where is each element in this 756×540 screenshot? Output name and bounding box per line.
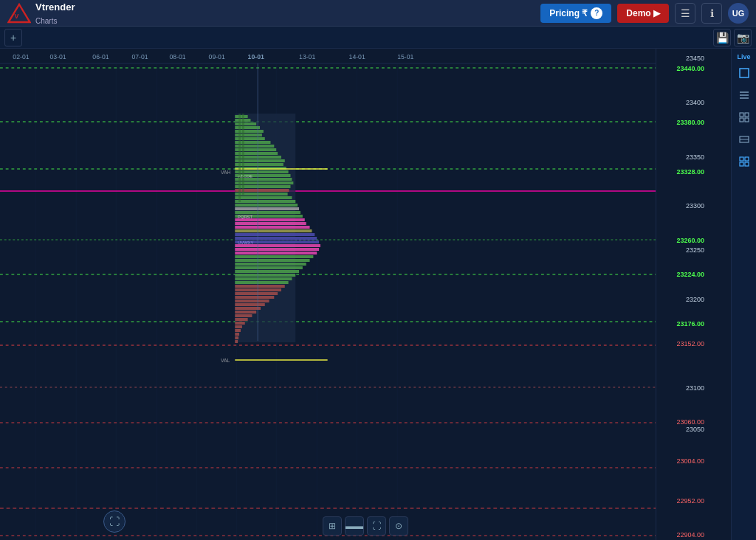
price-23224: 23224.00 xyxy=(676,271,704,278)
svg-text:07-01: 07-01 xyxy=(131,53,148,60)
svg-text:VAH: VAH xyxy=(221,170,230,175)
sidebar-icon-bar[interactable] xyxy=(735,130,754,149)
svg-rect-83 xyxy=(235,281,288,284)
svg-text:VAL: VAL xyxy=(221,358,230,363)
price-23380: 23380.00 xyxy=(676,119,704,126)
add-tool-button[interactable]: + xyxy=(4,29,22,46)
svg-rect-114 xyxy=(740,113,743,117)
pricing-button[interactable]: Pricing ₹ ? xyxy=(540,4,611,23)
svg-rect-68 xyxy=(235,226,309,229)
svg-rect-121 xyxy=(745,157,749,161)
svg-rect-63 xyxy=(235,207,299,210)
price-23050: 23050 xyxy=(686,426,704,433)
sidebar-icon-cursor[interactable] xyxy=(735,63,754,83)
svg-rect-95 xyxy=(235,325,242,328)
svg-rect-98 xyxy=(235,336,238,339)
price-23440: 23440.00 xyxy=(676,65,704,72)
price-scale: 23450 23440.00 23400 23380.00 23350 2332… xyxy=(656,49,706,540)
menu-button[interactable]: ☰ xyxy=(675,3,695,24)
svg-text:V: V xyxy=(15,13,19,20)
price-23004: 23004.00 xyxy=(676,457,704,465)
svg-rect-97 xyxy=(235,333,239,336)
settings-button[interactable]: ⊙ xyxy=(389,516,408,536)
svg-text:15-01: 15-01 xyxy=(397,53,413,60)
save-icon: 💾 xyxy=(716,32,729,44)
svg-rect-96 xyxy=(235,329,241,332)
svg-rect-77 xyxy=(235,259,309,262)
logo-sub: Charts xyxy=(35,17,57,25)
settings-icon: ⊙ xyxy=(395,521,402,531)
svg-text:14-01: 14-01 xyxy=(349,53,365,60)
toolbar: + 💾 📷 xyxy=(0,27,756,49)
price-23350: 23350 xyxy=(686,153,704,161)
svg-rect-90 xyxy=(235,307,261,310)
svg-rect-76 xyxy=(235,255,313,258)
info-button[interactable]: ℹ xyxy=(701,3,722,24)
list-view-button[interactable]: ▬▬ xyxy=(345,516,364,536)
svg-rect-86 xyxy=(235,292,278,295)
camera-button[interactable]: 📷 xyxy=(734,29,752,46)
price-23300: 23300 xyxy=(686,202,704,210)
header: V Vtrender Charts Pricing ₹ ? Demo ▶ ☰ ℹ… xyxy=(0,0,756,27)
grid-icon: ⊞ xyxy=(329,521,336,531)
camera-icon: 📷 xyxy=(737,32,749,44)
svg-rect-40 xyxy=(235,122,256,125)
svg-rect-99 xyxy=(235,340,238,343)
svg-rect-82 xyxy=(235,277,292,280)
price-23200: 23200 xyxy=(686,296,704,303)
svg-rect-116 xyxy=(740,118,743,122)
pricing-label: Pricing ₹ xyxy=(549,8,588,18)
svg-text:09-01: 09-01 xyxy=(209,53,225,60)
svg-rect-2 xyxy=(0,49,681,540)
chart-area[interactable]: © 2024 Vtrender Charts 02-01 03-01 06-01… xyxy=(0,49,731,540)
svg-rect-115 xyxy=(745,113,749,117)
svg-rect-79 xyxy=(235,266,303,269)
user-avatar[interactable]: UG xyxy=(728,3,749,24)
price-22904: 22904.00 xyxy=(676,531,704,539)
header-right: Pricing ₹ ? Demo ▶ ☰ ℹ UG xyxy=(540,3,749,24)
price-23060: 23060.00 xyxy=(676,418,704,426)
svg-rect-110 xyxy=(740,69,749,77)
add-icon: + xyxy=(10,32,16,44)
svg-rect-74 xyxy=(235,248,319,251)
svg-rect-78 xyxy=(235,263,306,266)
price-23100: 23100 xyxy=(686,384,704,392)
svg-text:02-01: 02-01 xyxy=(13,53,29,60)
logo-icon: V xyxy=(7,3,31,24)
grid-view-button[interactable]: ⊞ xyxy=(323,516,342,536)
price-22952: 22952.00 xyxy=(676,497,704,505)
svg-rect-92 xyxy=(235,314,252,317)
svg-rect-69 xyxy=(235,229,312,232)
sidebar-icon-lines[interactable] xyxy=(735,86,754,105)
svg-rect-70 xyxy=(235,233,315,236)
sidebar-icon-grid[interactable] xyxy=(735,108,754,127)
save-button[interactable]: 💾 xyxy=(713,29,731,46)
svg-rect-60 xyxy=(235,196,292,199)
svg-rect-94 xyxy=(235,322,245,325)
demo-button[interactable]: Demo ▶ xyxy=(617,4,669,23)
svg-rect-80 xyxy=(235,270,299,273)
svg-text:06-01: 06-01 xyxy=(92,53,109,60)
sidebar-icon-chart-type[interactable] xyxy=(735,152,754,171)
fullscreen-button[interactable]: ⛶ xyxy=(103,510,126,533)
menu-icon: ☰ xyxy=(681,7,690,19)
svg-rect-87 xyxy=(235,296,274,299)
svg-marker-0 xyxy=(9,4,30,22)
expand-button[interactable]: ⛶ xyxy=(367,516,386,536)
svg-rect-64 xyxy=(235,211,300,214)
svg-rect-120 xyxy=(740,157,743,161)
svg-rect-84 xyxy=(235,285,285,288)
price-23450: 23450 xyxy=(686,55,704,62)
svg-rect-47 xyxy=(235,148,276,151)
svg-rect-88 xyxy=(235,300,269,302)
price-23250: 23250 xyxy=(686,246,704,254)
price-23400: 23400 xyxy=(686,99,704,106)
logo-text-block: Vtrender Charts xyxy=(35,0,75,27)
fullscreen-icon: ⛶ xyxy=(109,516,120,527)
pricing-question: ? xyxy=(591,7,602,19)
svg-text:03-01: 03-01 xyxy=(50,53,66,60)
list-icon: ▬▬ xyxy=(346,521,363,531)
live-label: Live xyxy=(737,53,750,60)
svg-rect-71 xyxy=(235,237,317,240)
svg-rect-89 xyxy=(235,303,265,306)
